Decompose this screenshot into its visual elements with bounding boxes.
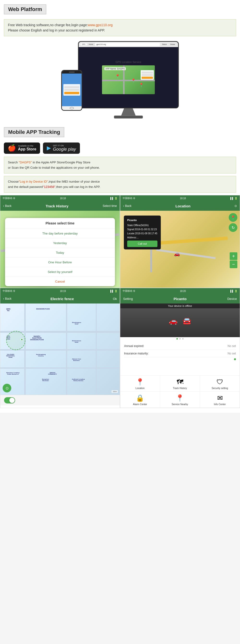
fence-toggle-switch[interactable] <box>4 397 15 404</box>
web-link[interactable]: www.gps110.org <box>88 23 113 27</box>
gps-login-field-1 <box>142 72 153 74</box>
zoom-out-btn[interactable]: − <box>230 260 237 268</box>
district-6: KeshengdongIndustry <box>36 354 46 356</box>
password-highlight: "123456" <box>43 185 55 189</box>
icon-service-nearby[interactable]: 📍 Service Nearby <box>160 392 200 408</box>
fence-ok-btn[interactable]: Ok <box>113 297 117 300</box>
nav-tab-2: Home <box>88 43 95 46</box>
map-floating-buttons: 📍 ↻ <box>229 213 237 232</box>
option-select-yourself[interactable]: Select by yourself <box>5 267 115 277</box>
icon-security-setting[interactable]: 🛡 Security setting <box>200 376 240 392</box>
district-11: ShunlongcunHotel <box>72 322 81 325</box>
gray-road-2 <box>156 249 216 259</box>
track-back-label: Back <box>5 204 11 208</box>
location-icon: 📍 <box>136 378 144 386</box>
map-btn-route[interactable]: ↻ <box>229 223 237 232</box>
web-platform-info: Free Web tracking software,no charge fee… <box>4 19 236 36</box>
gps-logo-text: GPS Location Service <box>115 60 141 64</box>
phone-speaker <box>69 72 75 72</box>
green-dot <box>234 358 236 360</box>
service-nearby-icon: 📍 <box>176 394 184 402</box>
phone-home-button <box>70 107 74 109</box>
nav-icon[interactable]: ⊙ <box>3 384 11 392</box>
device-nav-title: Picanto <box>174 297 187 301</box>
insurance-maturity-label: Insurance maturity: <box>124 352 149 355</box>
app-store-name: App Store <box>18 147 36 152</box>
car-state: State:Offline(9d16h) <box>127 223 157 227</box>
setting-label[interactable]: Setting <box>123 297 133 300</box>
search-instruction: Search "DAGPS" in the Apple APP Store/Go… <box>4 157 236 174</box>
security-setting-icon: 🛡 <box>217 378 223 386</box>
fence-status-time: 18:19 <box>60 290 66 292</box>
track-status-icons: ▌▌ 🔋 <box>110 197 117 200</box>
device-screenshots: GPS Home gps110.org Status Global GPS Lo… <box>0 39 240 118</box>
gps-login-field-2 <box>142 74 153 76</box>
phone-frame <box>61 70 82 111</box>
icon-location[interactable]: 📍 Location <box>120 376 160 392</box>
dagps-highlight: "DAGPS" <box>19 160 32 164</box>
track-select-time[interactable]: Select time <box>103 204 117 208</box>
district-1: QINGHU <box>6 308 10 312</box>
location-status-icons: ▌▌ 🔋 <box>231 197 237 200</box>
track-history-label: Track History <box>173 387 187 390</box>
google-play-badge[interactable]: ▶ GET IT ON Google play <box>43 142 80 154</box>
location-screenshot: 中国移动 令 18:18 ▌▌ 🔋 ‹ Back Location ⊙ <box>120 195 240 288</box>
time-dialog: Please select time The day before yester… <box>5 218 115 286</box>
device-label[interactable]: Device <box>227 297 237 300</box>
car-name: Picanto <box>127 218 157 222</box>
zoom-in-btn[interactable]: + <box>230 252 237 260</box>
track-map: Please select time The day before yester… <box>0 211 120 288</box>
option-today[interactable]: Today <box>5 248 115 258</box>
option-one-hour[interactable]: One Hour Before <box>5 258 115 267</box>
fence-back-btn[interactable]: ‹ Back <box>3 297 11 300</box>
store-badges: 🍎 Available on the App Store ▶ GET IT ON… <box>4 142 236 154</box>
gps-map-display: 📍 📍 📍 APP Name: DAGPS <box>102 65 155 94</box>
device-status-time: 18:20 <box>180 290 186 292</box>
location-map: Picanto State:Offline(9d16h) Signal:2018… <box>120 211 240 288</box>
annual-expired-value: No set <box>228 344 236 348</box>
icon-track-history[interactable]: 🗺 Track History <box>160 376 200 392</box>
district-8: QINGHUCOMMUNITY <box>48 372 57 375</box>
gps-app-name: APP Name: DAGPS <box>104 67 126 70</box>
gps-road-h <box>102 80 155 81</box>
location-back-label: Back <box>125 204 132 208</box>
phone-bottom-bar <box>62 106 82 110</box>
phone-form-btn <box>64 92 79 94</box>
car-icon-1: 🚗 <box>169 317 178 325</box>
map-btn-location[interactable]: 📍 <box>229 213 237 222</box>
nav-tab-4: Global <box>169 43 176 46</box>
login-instruction: Choose"Log in by Device ID",input the IM… <box>4 176 236 193</box>
annual-expired-label: Annual expired: <box>124 344 144 348</box>
gps-pin-1: 📍 <box>115 74 120 78</box>
annual-expired-row: Annual expired: No set <box>124 342 236 350</box>
track-back-btn[interactable]: ‹ Back <box>3 204 11 208</box>
play-icon: ▶ <box>47 145 51 151</box>
fence-toggle-bar <box>0 395 120 406</box>
app-store-badge[interactable]: 🍎 Available on the App Store <box>4 142 40 154</box>
option-day-before-yesterday[interactable]: The day before yesterday <box>5 229 115 238</box>
district-12: BangshanMountain <box>42 378 49 381</box>
car-locate: Locate:2018-01-08 00:17:45 <box>127 232 157 236</box>
scale-bar: 200m <box>112 390 118 393</box>
location-back-arrow: ‹ <box>123 204 124 208</box>
location-nav-icon[interactable]: ⊙ <box>235 204 237 208</box>
gps-login-btn <box>142 77 153 79</box>
alarm-center-label: Alarm Center <box>133 403 147 406</box>
device-status-left: 中国移动 令 <box>123 289 135 293</box>
device-status-bar: 中国移动 令 18:20 ▌▌ 🔋 <box>120 288 240 294</box>
location-status-time: 18:18 <box>180 197 186 200</box>
option-yesterday[interactable]: Yesterday <box>5 238 115 248</box>
car-address: Address:... <box>127 236 157 240</box>
info-center-label: Info Center <box>214 403 226 406</box>
icon-info-center[interactable]: ✉ Info Center <box>200 392 240 408</box>
location-back-btn[interactable]: ‹ Back <box>123 204 132 208</box>
nav-tab-3: Status <box>161 43 168 46</box>
fence-map: QINGHU SHANGWUYUAN JIUZITECHPARK BAISIFU… <box>0 304 120 395</box>
fence-status-left: 中国移动 令 <box>3 289 15 293</box>
option-cancel[interactable]: Cancel <box>5 277 115 286</box>
track-status-bar: 中国移动 令 18:18 ▌▌ 🔋 <box>0 195 120 201</box>
icon-alarm-center[interactable]: 🔒 Alarm Center <box>120 392 160 408</box>
location-nav-bar: ‹ Back Location ⊙ <box>120 201 240 211</box>
call-out-button[interactable]: Call out <box>127 240 157 247</box>
device-info-rows: Annual expired: No set Insurance maturit… <box>120 340 240 375</box>
